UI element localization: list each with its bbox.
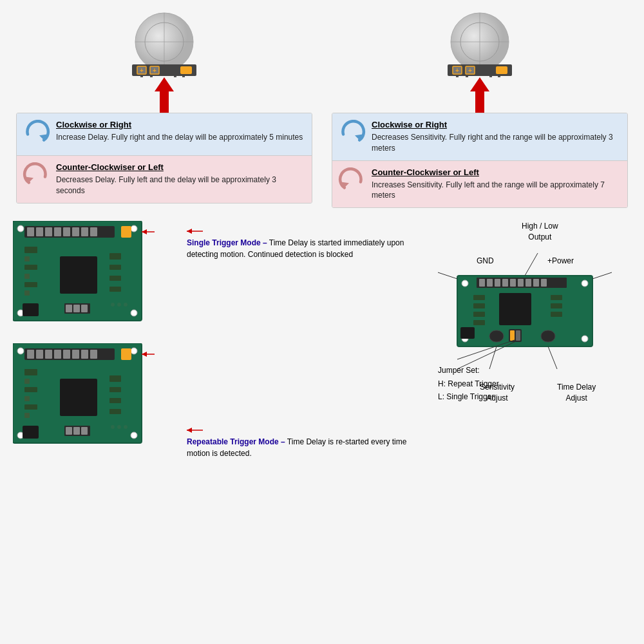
right-sensor-image: + +	[428, 6, 531, 77]
board2-container	[13, 343, 155, 453]
svg-rect-54	[24, 282, 37, 287]
sensitivity-text: Sensitivity Adjust	[480, 383, 515, 402]
right-arrow-up	[332, 77, 628, 113]
svg-rect-9	[180, 66, 192, 74]
svg-rect-26	[496, 66, 507, 74]
ccw-arrow-icon-left	[22, 162, 51, 191]
svg-rect-77	[36, 350, 43, 359]
left-cw-text: Clockwise or Right Increase Delay. Fully…	[56, 120, 303, 143]
svg-rect-131	[551, 303, 562, 308]
svg-rect-13	[182, 76, 185, 77]
svg-rect-60	[23, 303, 39, 316]
svg-rect-132	[551, 312, 562, 317]
board1-container	[13, 221, 155, 330]
single-trigger-line	[187, 227, 206, 235]
left-ccw-row: Counter-Clockwiser or Left Decreases Del…	[17, 156, 312, 203]
svg-rect-84	[121, 348, 131, 360]
left-ccw-text: Counter-Clockwiser or Left Decreases Del…	[56, 162, 307, 196]
svg-rect-120	[510, 279, 516, 287]
left-sensor-image: + +	[113, 6, 216, 77]
svg-rect-92	[109, 375, 121, 382]
jumper-set-text: Jumper Set:	[438, 364, 499, 377]
ccw-arrow-icon-right	[337, 167, 366, 196]
svg-rect-130	[551, 295, 562, 300]
svg-rect-83	[90, 350, 97, 359]
svg-rect-91	[24, 413, 30, 418]
svg-marker-109	[187, 428, 192, 433]
svg-rect-122	[526, 279, 531, 287]
left-boards	[13, 221, 167, 459]
svg-point-101	[111, 425, 115, 429]
right-ccw-text: Counter-Clockwiser or Left Increases Sen…	[372, 167, 622, 202]
svg-point-72	[131, 348, 137, 354]
right-cw-text: Clockwise or Right Decreases Sensitivity…	[372, 120, 622, 154]
svg-point-35	[17, 225, 24, 232]
svg-rect-59	[109, 287, 121, 292]
svg-rect-116	[479, 279, 485, 287]
cw-arrow-icon-right	[337, 120, 366, 149]
svg-point-114	[582, 336, 588, 342]
svg-rect-86	[24, 369, 37, 375]
svg-marker-107	[187, 229, 192, 234]
svg-point-66	[117, 303, 121, 307]
svg-line-141	[525, 253, 538, 276]
top-section: + +	[0, 0, 644, 208]
svg-rect-42	[45, 227, 52, 236]
svg-rect-29	[489, 76, 492, 77]
svg-rect-135	[541, 330, 555, 342]
svg-rect-137	[510, 330, 515, 341]
svg-rect-10	[140, 76, 143, 77]
repeatable-trigger-arrow	[187, 426, 431, 434]
svg-point-112	[582, 280, 588, 287]
svg-rect-79	[54, 350, 61, 359]
single-trigger-arrow	[187, 227, 431, 235]
svg-rect-123	[533, 279, 539, 287]
right-ccw-desc: Increases Sensitivity. Fully left and th…	[372, 180, 622, 202]
svg-rect-117	[487, 279, 493, 287]
svg-point-38	[131, 310, 137, 316]
svg-rect-90	[24, 404, 37, 410]
cw-arrow-icon	[22, 120, 51, 149]
svg-rect-57	[109, 265, 121, 270]
svg-rect-81	[72, 350, 79, 359]
svg-rect-11	[150, 76, 153, 77]
svg-rect-121	[518, 279, 524, 287]
svg-point-36	[131, 225, 137, 232]
right-ccw-row: Counter-Clockwiser or Left Increases Sen…	[332, 161, 627, 208]
svg-rect-28	[466, 76, 468, 77]
right-cw-row: Clockwise or Right Decreases Sensitivity…	[332, 113, 627, 161]
svg-rect-53	[24, 274, 30, 279]
svg-rect-100	[81, 427, 88, 435]
svg-rect-63	[73, 305, 80, 312]
left-arrow-up	[16, 77, 312, 113]
svg-point-111	[462, 280, 468, 287]
right-board-section: High / Low Output GND +Power	[438, 221, 631, 459]
svg-rect-41	[36, 227, 43, 236]
svg-rect-78	[45, 350, 52, 359]
high-low-label: High / Low Output	[522, 221, 558, 243]
left-cw-title: Clockwise or Right	[56, 120, 303, 129]
svg-point-67	[124, 303, 128, 307]
svg-rect-62	[66, 305, 72, 312]
svg-text:+: +	[140, 67, 144, 74]
left-cw-row: Clockwise or Right Increase Delay. Fully…	[17, 113, 312, 156]
svg-rect-47	[90, 227, 97, 236]
repeatable-trigger-line	[187, 426, 206, 434]
svg-rect-98	[66, 427, 72, 435]
svg-rect-85	[60, 379, 97, 416]
svg-rect-87	[24, 379, 30, 384]
svg-rect-30	[498, 76, 500, 77]
svg-rect-82	[81, 350, 88, 359]
single-trigger-label: Single Trigger Mode – Time Delay is star…	[174, 227, 431, 260]
svg-point-102	[117, 425, 121, 429]
svg-line-139	[438, 272, 457, 279]
svg-marker-14	[155, 77, 174, 113]
svg-rect-51	[24, 256, 30, 261]
svg-line-140	[592, 272, 612, 279]
svg-rect-138	[516, 330, 520, 341]
svg-rect-58	[109, 276, 121, 281]
high-low-text: High / Low Output	[522, 222, 558, 242]
svg-rect-118	[495, 279, 500, 287]
svg-rect-56	[109, 253, 121, 260]
left-sensor-block: + +	[16, 6, 312, 208]
